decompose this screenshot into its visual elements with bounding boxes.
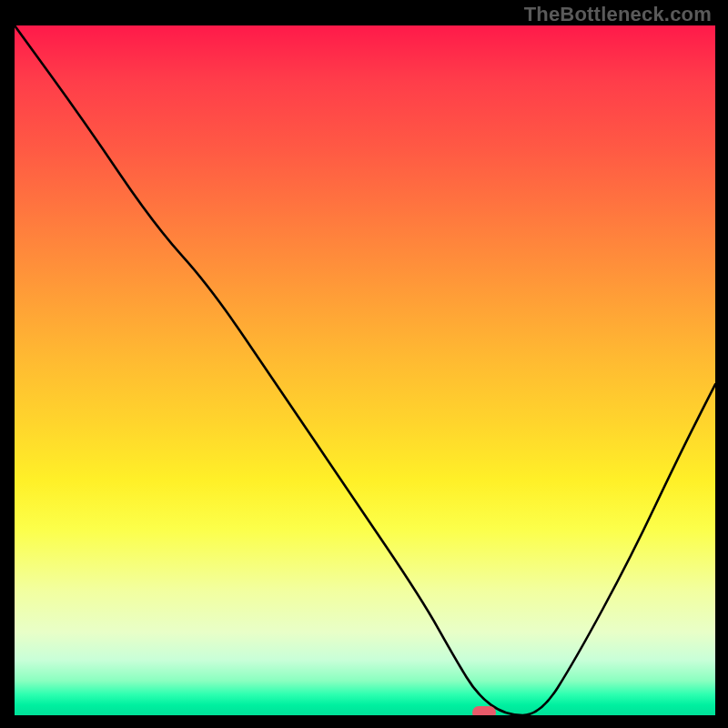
bottleneck-curve <box>15 25 715 715</box>
chart-plot-area <box>15 25 715 715</box>
curve-svg <box>15 25 715 715</box>
optimum-marker <box>472 706 496 715</box>
watermark: TheBottleneck.com <box>524 3 712 26</box>
